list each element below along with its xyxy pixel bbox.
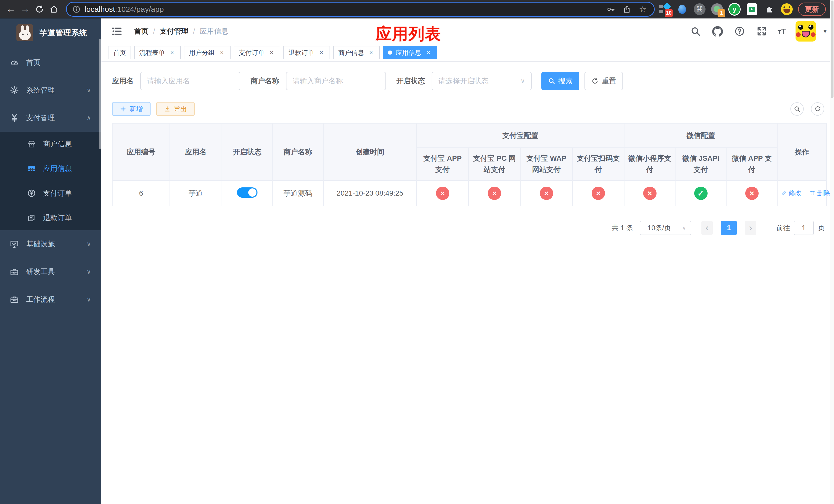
add-button[interactable]: 新增 bbox=[112, 102, 151, 116]
cell-alipay-app: × bbox=[416, 181, 468, 206]
close-tab-icon[interactable]: × bbox=[268, 49, 275, 56]
status-check-icon: ✓ bbox=[694, 187, 707, 200]
avatar-caret-icon[interactable]: ▼ bbox=[822, 28, 828, 35]
page-number-1[interactable]: 1 bbox=[721, 221, 737, 235]
sidebar-item-infrastructure[interactable]: 基础设施 ∨ bbox=[0, 230, 101, 258]
back-icon[interactable]: ← bbox=[4, 2, 18, 17]
address-bar[interactable]: localhost:1024/pay/app ☆ bbox=[67, 3, 654, 16]
sidebar-item-refund-orders[interactable]: 退款订单 bbox=[0, 206, 101, 230]
document-copy-icon bbox=[27, 213, 37, 223]
breadcrumb-separator: / bbox=[193, 27, 195, 36]
font-size-icon[interactable]: TT bbox=[777, 27, 786, 36]
download-icon bbox=[164, 106, 171, 112]
home-icon[interactable] bbox=[47, 2, 61, 17]
merchant-name-input[interactable] bbox=[286, 72, 386, 90]
tab-home[interactable]: 首页 bbox=[108, 46, 131, 59]
site-info-icon[interactable] bbox=[72, 5, 81, 14]
balloon-extension-icon[interactable] bbox=[676, 3, 688, 15]
col-header-created: 创建时间 bbox=[323, 123, 416, 181]
recorder-extension-icon[interactable]: 1 bbox=[711, 3, 723, 15]
toggle-search-icon[interactable] bbox=[790, 102, 804, 116]
export-button[interactable]: 导出 bbox=[156, 102, 195, 116]
share-icon[interactable] bbox=[621, 3, 633, 15]
url-text[interactable]: localhost:1024/pay/app bbox=[85, 5, 601, 14]
sidebar-logo[interactable]: 芋道管理系统 bbox=[0, 19, 101, 47]
status-cross-icon: × bbox=[540, 187, 553, 200]
app-window: 芋道管理系统 首页 系统管理 ∨ bbox=[0, 19, 834, 504]
close-tab-icon[interactable]: × bbox=[169, 49, 176, 56]
collapse-sidebar-icon[interactable] bbox=[111, 25, 123, 38]
edit-link[interactable]: 修改 bbox=[781, 189, 802, 198]
tab-merchant-info[interactable]: 商户信息× bbox=[333, 46, 380, 59]
app-name-input[interactable] bbox=[140, 72, 240, 90]
delete-link[interactable]: 删除 bbox=[809, 189, 830, 198]
bookmark-star-icon[interactable]: ☆ bbox=[637, 3, 649, 15]
fullscreen-icon[interactable] bbox=[755, 25, 768, 38]
col-header-app-id: 应用编号 bbox=[112, 123, 170, 181]
reload-icon[interactable] bbox=[32, 2, 47, 17]
pagination: 共 1 条 10条/页 ∨ ‹ 1 › 前往 页 bbox=[112, 221, 826, 235]
sidebar-item-merchant-info[interactable]: 商户信息 bbox=[0, 132, 101, 156]
help-icon[interactable] bbox=[733, 25, 746, 38]
meet-extension-icon[interactable] bbox=[746, 3, 758, 15]
col-header-wechat-jsapi: 微信 JSAPI 支付 bbox=[675, 148, 726, 181]
user-avatar[interactable] bbox=[795, 21, 816, 42]
sidebar-item-workflow[interactable]: 工作流程 ∨ bbox=[0, 285, 101, 313]
page-size-select[interactable]: 10条/页 ∨ bbox=[640, 221, 691, 235]
close-tab-icon[interactable]: × bbox=[318, 49, 325, 56]
page-content: 应用名 商户名称 开启状态 请选择开启状态 ∨ 搜索 重置 bbox=[101, 62, 834, 504]
puzzle-extensions-icon[interactable] bbox=[763, 3, 775, 15]
chevron-down-icon: ∨ bbox=[86, 296, 91, 303]
col-header-wechat-mini: 微信小程序支付 bbox=[624, 148, 675, 181]
app-name-label: 应用名 bbox=[112, 76, 134, 86]
sidebar-item-app-info[interactable]: 应用信息 bbox=[0, 156, 101, 181]
monitor-icon bbox=[9, 239, 20, 249]
tab-payment-orders[interactable]: 支付订单× bbox=[234, 46, 280, 59]
breadcrumb-home[interactable]: 首页 bbox=[134, 26, 149, 36]
active-tab-dot bbox=[388, 50, 392, 54]
sidebar-item-payment-orders[interactable]: 支付订单 bbox=[0, 181, 101, 206]
status-toggle[interactable] bbox=[237, 187, 258, 198]
prev-page-button[interactable]: ‹ bbox=[701, 221, 713, 235]
close-tab-icon[interactable]: × bbox=[425, 49, 432, 56]
reset-button[interactable]: 重置 bbox=[585, 72, 623, 90]
breadcrumb-separator: / bbox=[153, 27, 155, 36]
close-tab-icon[interactable]: × bbox=[368, 49, 375, 56]
github-icon[interactable] bbox=[711, 25, 724, 38]
tags-view-bar: 首页 流程表单× 用户分组× 支付订单× 退款订单× 商户信息× 应用信息× bbox=[101, 44, 834, 62]
forward-icon[interactable]: → bbox=[18, 2, 32, 17]
extension-badge: 1 bbox=[718, 9, 725, 17]
extension-badge: 10 bbox=[665, 9, 673, 17]
breadcrumb: 首页 / 支付管理 / 应用信息 bbox=[134, 26, 228, 36]
sidebar-item-dev-tools[interactable]: 研发工具 ∨ bbox=[0, 258, 101, 285]
search-button[interactable]: 搜索 bbox=[541, 72, 579, 90]
goto-page-input[interactable] bbox=[794, 221, 814, 235]
profile-emoji-icon[interactable] bbox=[781, 3, 793, 15]
tab-app-info[interactable]: 应用信息× bbox=[383, 46, 437, 59]
tab-process-form[interactable]: 流程表单× bbox=[134, 46, 181, 59]
sidebar-item-payment[interactable]: 支付管理 ∧ bbox=[0, 104, 101, 132]
pinned-extension-icon[interactable]: 10 bbox=[659, 3, 671, 15]
col-header-merchant: 商户名称 bbox=[272, 123, 323, 181]
tab-user-group[interactable]: 用户分组× bbox=[184, 46, 231, 59]
y-extension-icon[interactable]: y bbox=[728, 3, 741, 15]
breadcrumb-payment[interactable]: 支付管理 bbox=[160, 26, 189, 36]
sidebar-item-home[interactable]: 首页 bbox=[0, 49, 101, 76]
next-page-button[interactable]: › bbox=[745, 221, 756, 235]
col-group-wechat: 微信配置 bbox=[624, 123, 777, 148]
command-extension-icon[interactable]: ⌘ bbox=[694, 3, 706, 15]
sidebar-scrollbar[interactable] bbox=[99, 39, 101, 149]
browser-update-button[interactable]: 更新 bbox=[798, 3, 826, 16]
status-cross-icon: × bbox=[643, 187, 657, 200]
page-scrollbar[interactable] bbox=[830, 0, 834, 504]
gear-icon bbox=[9, 85, 20, 95]
password-key-icon[interactable] bbox=[605, 3, 617, 15]
close-tab-icon[interactable]: × bbox=[218, 49, 225, 56]
status-select[interactable]: 请选择开启状态 ∨ bbox=[432, 72, 532, 90]
refresh-icon[interactable] bbox=[811, 102, 824, 116]
sidebar-item-system[interactable]: 系统管理 ∨ bbox=[0, 76, 101, 104]
search-icon[interactable] bbox=[689, 25, 702, 38]
top-navbar: 首页 / 支付管理 / 应用信息 应用列表 bbox=[101, 19, 834, 44]
tab-refund-orders[interactable]: 退款订单× bbox=[283, 46, 330, 59]
main-area: 首页 / 支付管理 / 应用信息 应用列表 bbox=[101, 19, 834, 504]
